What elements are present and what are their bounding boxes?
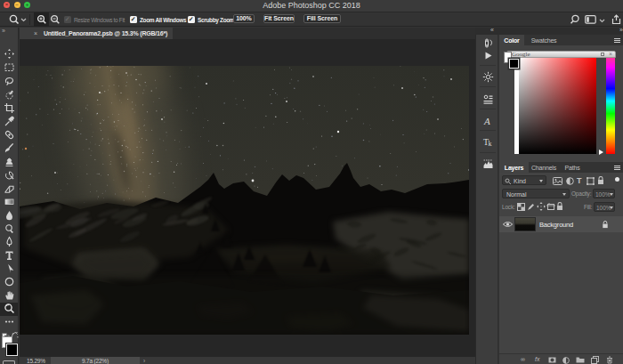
- svg-text:A: A: [483, 116, 490, 126]
- svg-text:k: k: [488, 140, 491, 148]
